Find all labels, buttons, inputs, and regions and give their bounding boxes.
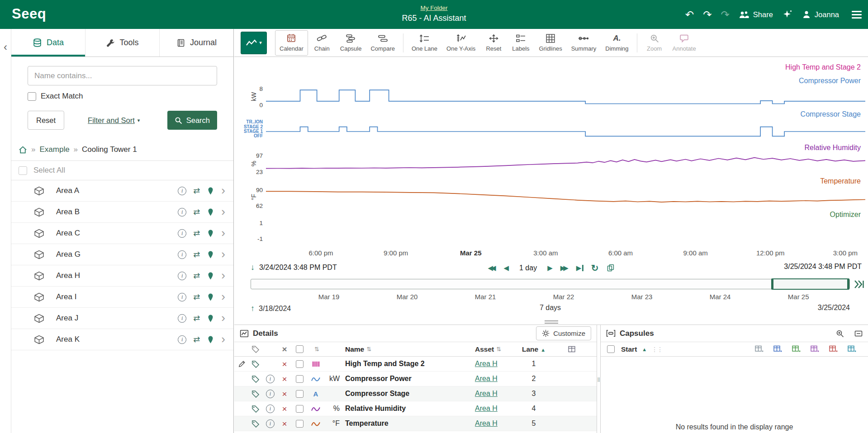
one-y-axis-button[interactable]: One Y-Axis [442, 30, 479, 56]
info-icon[interactable]: i [178, 208, 186, 216]
calendar-button[interactable]: Calendar [275, 30, 308, 56]
step-back-full-icon[interactable]: ◀◀ [488, 264, 496, 272]
asset-list-item[interactable]: Area I i ⇄ › [11, 287, 233, 308]
details-row[interactable]: i × A High Temp [234, 357, 597, 372]
asset-list-item[interactable]: Area C i ⇄ › [11, 223, 233, 244]
copy-range-icon[interactable] [607, 264, 615, 272]
tag-icon[interactable] [248, 390, 263, 398]
jump-to-end-icon[interactable] [853, 279, 865, 289]
gridlines-button[interactable]: Gridlines [535, 30, 566, 56]
remove-item-icon[interactable]: × [278, 390, 291, 398]
annotate-button[interactable]: Annotate [669, 30, 700, 56]
asset-list-item[interactable]: Area H i ⇄ › [11, 265, 233, 287]
chevron-right-icon[interactable]: › [221, 206, 225, 217]
details-row[interactable]: i × A kW Compress [234, 372, 597, 386]
swap-asset-icon[interactable]: ⇄ [193, 313, 200, 323]
trend-plot[interactable] [266, 57, 865, 244]
asset-link[interactable]: Area H [475, 419, 498, 428]
info-icon[interactable]: i [266, 390, 275, 398]
item-name[interactable]: High Temp and Stage 2 [343, 360, 475, 368]
home-icon[interactable] [19, 146, 27, 154]
compare-button[interactable]: Compare [366, 30, 398, 56]
step-back-half-icon[interactable]: ◀ [503, 264, 509, 272]
remove-all-icon[interactable]: × [278, 345, 291, 353]
item-name[interactable]: Temperature [343, 419, 475, 428]
pencil-icon[interactable] [234, 360, 248, 367]
asset-link[interactable]: Area H [475, 360, 498, 368]
duration-label[interactable]: 1 day [519, 264, 537, 272]
asset-link[interactable]: Area H [475, 405, 498, 413]
info-icon[interactable]: i [178, 335, 186, 344]
investigate-range-end[interactable]: 3/25/2024 [818, 304, 850, 312]
capsules-select-all-checkbox[interactable] [607, 345, 615, 353]
chain-button[interactable]: Chain [309, 30, 335, 56]
swap-asset-icon[interactable]: ⇄ [193, 292, 200, 302]
collapse-sidebar-icon[interactable]: ‹ [0, 42, 11, 52]
auto-update-icon[interactable]: ↻ [591, 263, 599, 273]
step-forward-half-icon[interactable]: ▶ [547, 264, 553, 272]
x-axis[interactable]: 6:00 pm 9:00 pm Mar 25 3:00 am 6:00 am 9… [234, 249, 868, 260]
vertical-splitter[interactable]: || [597, 325, 601, 433]
info-icon[interactable]: i [178, 293, 186, 301]
chevron-right-icon[interactable]: › [221, 248, 225, 260]
sidebar-collapse-strip[interactable]: ‹ [0, 29, 11, 433]
item-name[interactable]: Relative Humidity [343, 405, 475, 413]
customize-button[interactable]: Customize [536, 326, 591, 340]
step-forward-full-icon[interactable]: ▶▶ [560, 264, 569, 272]
tab-data[interactable]: Data [11, 29, 85, 56]
user-menu[interactable]: Joanna [802, 10, 839, 19]
add-column-icon[interactable] [811, 345, 819, 353]
trend-chart[interactable]: High Temp and Stage 2Compressor PowerkW8… [234, 57, 868, 249]
column-asset[interactable]: Asset⇅ [475, 345, 520, 353]
swap-asset-icon[interactable]: ⇄ [193, 228, 200, 238]
overview-selection[interactable] [771, 278, 849, 290]
row-checkbox[interactable] [296, 420, 304, 428]
info-icon[interactable]: i [178, 272, 186, 280]
reset-filters-button[interactable]: Reset [28, 111, 64, 130]
info-icon[interactable]: i [266, 405, 275, 413]
remove-item-icon[interactable]: × [278, 360, 291, 368]
share-button[interactable]: Share [739, 10, 773, 19]
asset-list-item[interactable]: Area A i ⇄ › [11, 180, 233, 202]
pin-icon[interactable] [207, 229, 214, 238]
column-lane[interactable]: Lane▲ [520, 345, 547, 353]
row-checkbox[interactable] [296, 360, 304, 368]
item-name[interactable]: Compressor Stage [343, 390, 475, 398]
filter-and-sort-link[interactable]: Filter and Sort ▾ [88, 116, 140, 125]
capsules-body[interactable]: No results found in the display range [601, 357, 868, 433]
swap-asset-icon[interactable]: ⇄ [193, 334, 200, 344]
step-to-now-icon[interactable]: ▶ [576, 264, 583, 272]
details-row[interactable]: i × A °F Temperat [234, 416, 597, 431]
pin-icon[interactable] [207, 272, 214, 280]
range-start-arrow-icon[interactable]: ↓ [251, 263, 255, 272]
select-all-checkbox[interactable] [19, 166, 27, 175]
ai-sparkle-icon[interactable] [782, 9, 793, 20]
details-row[interactable]: i × A Optimizer [234, 431, 597, 433]
swap-asset-icon[interactable]: ⇄ [193, 271, 200, 281]
info-icon[interactable]: i [178, 250, 186, 259]
chevron-right-icon[interactable]: › [221, 291, 225, 302]
info-icon[interactable]: i [266, 375, 275, 383]
search-button[interactable]: Search [167, 111, 217, 130]
collapse-panel-icon[interactable] [854, 329, 863, 338]
details-select-all-checkbox[interactable] [296, 345, 304, 353]
tab-journal[interactable]: Journal [160, 29, 233, 56]
info-icon[interactable]: i [266, 419, 275, 428]
asset-link[interactable]: Area H [475, 375, 498, 383]
horizontal-splitter[interactable] [234, 319, 868, 325]
pin-icon[interactable] [207, 250, 214, 259]
pin-icon[interactable] [207, 187, 214, 195]
tag-icon[interactable] [248, 375, 263, 383]
item-name[interactable]: Compressor Power [343, 375, 475, 383]
add-column-icon[interactable] [829, 345, 838, 353]
row-checkbox[interactable] [296, 390, 304, 398]
column-start[interactable]: Start ▲ [621, 345, 647, 353]
labels-button[interactable]: Labels [508, 30, 534, 56]
chevron-right-icon[interactable]: › [221, 312, 225, 324]
tag-icon[interactable] [248, 405, 263, 413]
pin-icon[interactable] [207, 335, 214, 344]
hamburger-menu-icon[interactable] [852, 11, 862, 19]
add-column-icon[interactable] [773, 345, 782, 353]
column-name[interactable]: Name⇅ [343, 345, 475, 353]
row-checkbox[interactable] [296, 405, 304, 413]
